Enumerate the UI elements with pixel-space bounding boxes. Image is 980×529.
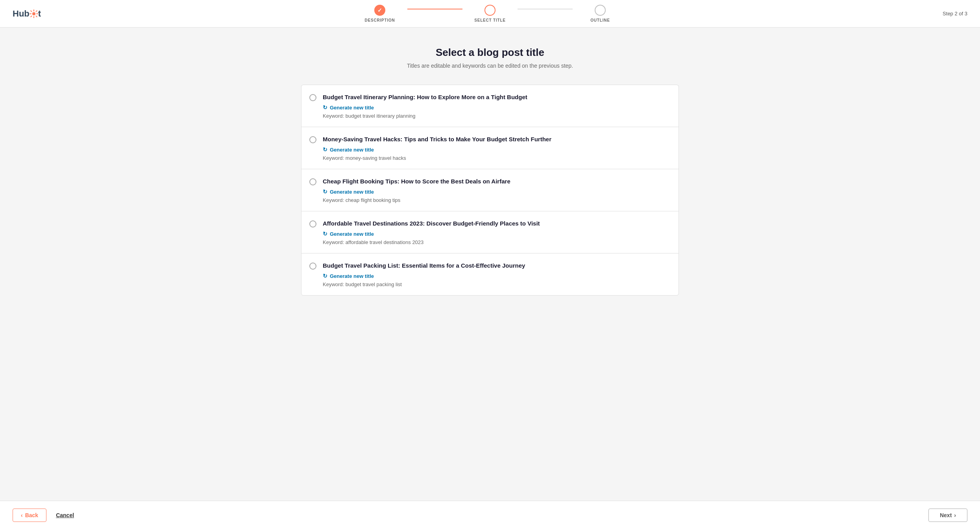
radio-button-4[interactable] xyxy=(309,220,316,228)
card-content-3: Cheap Flight Booking Tips: How to Score … xyxy=(323,177,669,203)
step-description: ✓ DESCRIPTION xyxy=(352,5,407,22)
generate-label-1: Generate new title xyxy=(330,105,374,111)
card-title-4: Affordable Travel Destinations 2023: Dis… xyxy=(323,219,669,228)
radio-button-3[interactable] xyxy=(309,178,316,185)
progress-stepper: ✓ DESCRIPTION SELECT TITLE OUTLINE xyxy=(352,5,628,22)
back-label: Back xyxy=(25,512,38,518)
card-keyword-1: Keyword: budget travel itinerary plannin… xyxy=(323,113,669,119)
card-content-4: Affordable Travel Destinations 2023: Dis… xyxy=(323,219,669,245)
generate-title-link-5[interactable]: ↻ Generate new title xyxy=(323,273,669,279)
back-button[interactable]: ‹ Back xyxy=(13,509,46,522)
refresh-icon-5: ↻ xyxy=(323,273,327,279)
main-content: Select a blog post title Titles are edit… xyxy=(0,28,980,529)
footer-left: ‹ Back Cancel xyxy=(13,509,74,522)
step-select-title: SELECT TITLE xyxy=(462,5,518,22)
card-keyword-3: Keyword: cheap flight booking tips xyxy=(323,197,669,203)
generate-title-link-4[interactable]: ↻ Generate new title xyxy=(323,231,669,237)
refresh-icon-4: ↻ xyxy=(323,231,327,237)
card-title-1: Budget Travel Itinerary Planning: How to… xyxy=(323,93,669,101)
svg-point-0 xyxy=(32,12,35,15)
refresh-icon-2: ↻ xyxy=(323,146,327,153)
generate-label-4: Generate new title xyxy=(330,231,374,237)
header: Hub t ✓ DESCRIPTION SELECT TITLE xyxy=(0,0,980,28)
sprocket-icon xyxy=(30,9,38,18)
cancel-button[interactable]: Cancel xyxy=(56,512,74,518)
next-chevron-icon: › xyxy=(954,512,956,518)
card-content-1: Budget Travel Itinerary Planning: How to… xyxy=(323,93,669,119)
step-1-label: DESCRIPTION xyxy=(364,18,395,22)
title-card[interactable]: Money-Saving Travel Hacks: Tips and Tric… xyxy=(301,127,679,169)
step-3-label: OUTLINE xyxy=(590,18,610,22)
card-content-2: Money-Saving Travel Hacks: Tips and Tric… xyxy=(323,135,669,161)
card-title-5: Budget Travel Packing List: Essential It… xyxy=(323,261,669,270)
logo-hub-text: Hub xyxy=(13,9,30,19)
logo-spot-text: t xyxy=(38,9,41,19)
checkmark-icon: ✓ xyxy=(377,7,382,13)
step-counter: Step 2 of 3 xyxy=(943,11,967,17)
title-cards-container: Budget Travel Itinerary Planning: How to… xyxy=(301,85,679,296)
generate-title-link-2[interactable]: ↻ Generate new title xyxy=(323,146,669,153)
card-content-5: Budget Travel Packing List: Essential It… xyxy=(323,261,669,287)
step-2-label: SELECT TITLE xyxy=(474,18,506,22)
step-1-circle: ✓ xyxy=(374,5,385,16)
title-card[interactable]: Budget Travel Itinerary Planning: How to… xyxy=(301,85,679,127)
radio-button-5[interactable] xyxy=(309,263,316,270)
footer: ‹ Back Cancel Next › xyxy=(0,501,980,529)
next-label: Next xyxy=(940,512,952,518)
page-subtitle: Titles are editable and keywords can be … xyxy=(407,63,573,69)
card-keyword-4: Keyword: affordable travel destinations … xyxy=(323,239,669,245)
hubspot-logo: Hub t xyxy=(13,9,41,19)
step-line-1-2 xyxy=(407,9,462,9)
title-card[interactable]: Cheap Flight Booking Tips: How to Score … xyxy=(301,169,679,211)
title-card[interactable]: Affordable Travel Destinations 2023: Dis… xyxy=(301,211,679,253)
step-outline: OUTLINE xyxy=(573,5,628,22)
card-keyword-5: Keyword: budget travel packing list xyxy=(323,281,669,287)
back-chevron-icon: ‹ xyxy=(21,512,23,518)
generate-label-5: Generate new title xyxy=(330,273,374,279)
card-title-3: Cheap Flight Booking Tips: How to Score … xyxy=(323,177,669,185)
generate-title-link-3[interactable]: ↻ Generate new title xyxy=(323,189,669,195)
step-2-circle xyxy=(484,5,496,16)
radio-button-1[interactable] xyxy=(309,94,316,101)
page-title: Select a blog post title xyxy=(436,46,544,59)
radio-button-2[interactable] xyxy=(309,136,316,143)
step-line-2-3 xyxy=(518,9,573,9)
generate-label-3: Generate new title xyxy=(330,189,374,195)
generate-title-link-1[interactable]: ↻ Generate new title xyxy=(323,104,669,111)
card-keyword-2: Keyword: money-saving travel hacks xyxy=(323,155,669,161)
refresh-icon-3: ↻ xyxy=(323,189,327,195)
refresh-icon-1: ↻ xyxy=(323,104,327,111)
next-button[interactable]: Next › xyxy=(928,509,967,522)
title-card[interactable]: Budget Travel Packing List: Essential It… xyxy=(301,253,679,296)
step-3-circle xyxy=(595,5,606,16)
generate-label-2: Generate new title xyxy=(330,147,374,153)
card-title-2: Money-Saving Travel Hacks: Tips and Tric… xyxy=(323,135,669,143)
